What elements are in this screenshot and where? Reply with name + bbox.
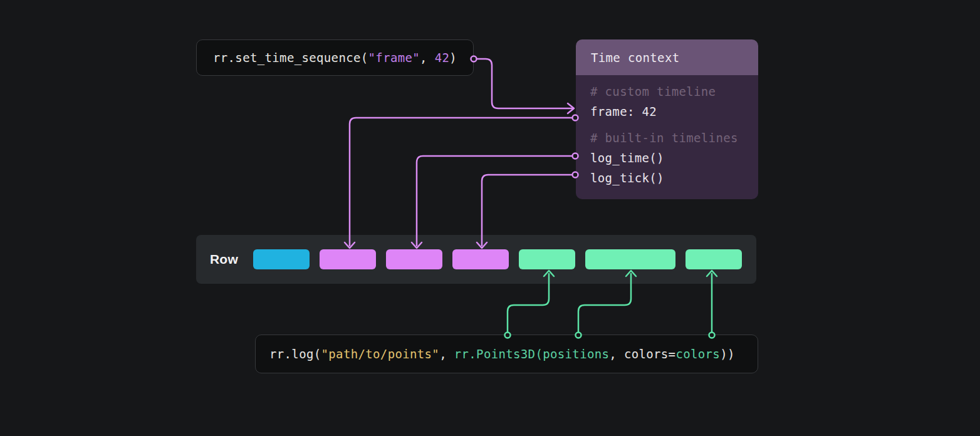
code-segment: ) xyxy=(449,51,457,65)
row-block-purple xyxy=(452,249,509,269)
code-segment: rr.Points3D(positions xyxy=(454,347,610,361)
log-code-box: rr.log("path/to/points", rr.Points3D(pos… xyxy=(255,335,758,373)
code-segment: , colors= xyxy=(609,347,675,361)
code-segment: rr.set_time_sequence( xyxy=(213,51,368,65)
code-segment: colors xyxy=(675,347,720,361)
timeline-row: Row xyxy=(196,235,756,284)
timeline-comment: # built-in timelines xyxy=(590,128,758,148)
wire-settime-to-frame xyxy=(477,59,572,108)
diagram-canvas: rr.set_time_sequence("frame", 42) Time c… xyxy=(0,0,980,436)
time-context-title: Time context xyxy=(591,51,679,65)
timeline-entry: log_tick() xyxy=(590,168,758,188)
code-segment: , xyxy=(439,347,454,361)
time-context-body: # custom timelineframe: 42# built-in tim… xyxy=(576,75,758,199)
row-block-green xyxy=(685,249,742,269)
row-block-green xyxy=(519,249,575,269)
timeline-entry: log_time() xyxy=(590,148,758,168)
row-label: Row xyxy=(210,235,238,284)
code-segment: )) xyxy=(720,347,735,361)
wire-frame-to-row xyxy=(350,118,572,246)
code-segment: , xyxy=(420,51,435,65)
set-time-sequence-code-box: rr.set_time_sequence("frame", 42) xyxy=(196,39,474,76)
time-context-panel: Time context # custom timelineframe: 42#… xyxy=(576,39,758,199)
code-segment: 42 xyxy=(435,51,450,65)
row-block-green xyxy=(585,249,675,269)
code-segment: "path/to/points" xyxy=(321,347,440,361)
row-block-cyan xyxy=(253,249,310,269)
wire-logtime-to-row xyxy=(417,156,572,246)
row-blocks xyxy=(253,249,742,269)
code-segment: rr.log( xyxy=(269,347,321,361)
timeline-comment: # custom timeline xyxy=(590,81,758,101)
time-context-header: Time context xyxy=(576,39,758,75)
row-block-purple xyxy=(386,249,442,269)
row-block-purple xyxy=(320,249,376,269)
arrowhead-into-panel xyxy=(568,103,574,113)
timeline-entry: frame: 42 xyxy=(590,101,758,122)
code-segment: "frame" xyxy=(368,51,420,65)
